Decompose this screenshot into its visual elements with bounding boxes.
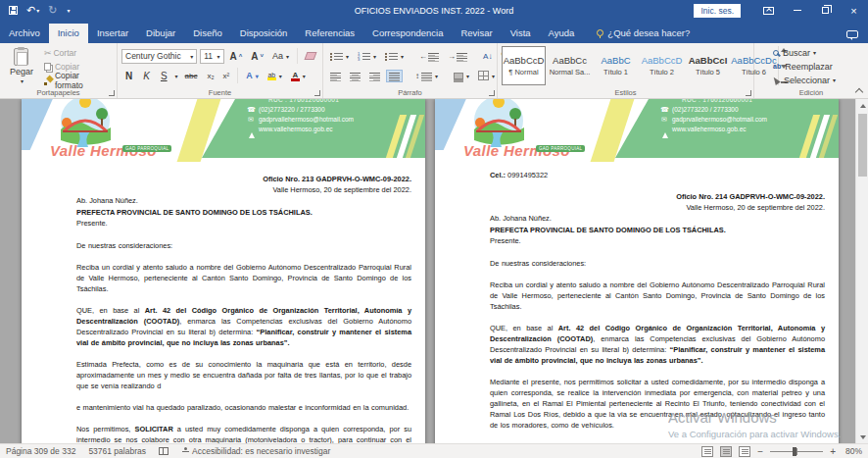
document-page-2[interactable]: Valle Hermoso GAD PARROQUIAL RUC : 17601… [435,99,839,443]
oficio-number[interactable]: Oficio Nro. 214 GADPRVH-O-WMC-09-2022. [490,191,825,202]
tab-inicio[interactable]: Inicio [49,24,88,43]
scroll-down-button[interactable] [856,431,868,443]
recipient-name[interactable]: Ab. Johana Núñez. [490,213,825,225]
comments-icon[interactable] [846,30,858,38]
select-button[interactable]: Seleccionar▾ [770,74,864,86]
zoom-in-button[interactable]: + [830,446,836,457]
recipient-name[interactable]: Ab. Johana Núñez. [76,195,411,207]
save-icon[interactable] [9,6,18,15]
recipient-present[interactable]: Presente. [490,235,825,247]
tab-dibujar[interactable]: Dibujar [137,24,184,43]
text-effects-button[interactable]: A▾ [243,69,262,82]
grow-font-button[interactable]: A˄ [227,50,246,63]
tab-referencias[interactable]: Referencias [296,24,363,43]
strikethrough-button[interactable]: abc [181,71,202,81]
align-center-button[interactable] [347,70,363,82]
font-family-select[interactable]: Century Gothic▾ [121,49,197,64]
web-layout-button[interactable] [739,446,750,457]
redo-icon[interactable]: ↻ [48,6,57,15]
recipient-present[interactable]: Presente. [76,218,411,229]
cel-line[interactable]: Cel.: 0991495322 [490,171,825,179]
font-dialog-launcher-icon[interactable] [314,90,320,96]
salutation[interactable]: De nuestras consideraciones: [490,258,825,269]
style-titulo-2[interactable]: AaBbCcD Título 2 [640,46,684,85]
oficio-date[interactable]: Valle Hermoso, 20 de septiembre del 2022… [76,184,411,195]
style-normal-sa[interactable]: AaBbCc Normal Sa... [548,46,592,85]
tab-disposicion[interactable]: Disposición [231,24,297,43]
clipboard-dialog-launcher-icon[interactable] [109,90,115,96]
style-titulo-1[interactable]: AaBbC Título 1 [594,46,638,85]
font-size-select[interactable]: 11▾ [200,49,223,64]
tab-revisar[interactable]: Revisar [452,24,501,43]
paragraph-dialog-launcher-icon[interactable] [489,90,495,96]
underline-button[interactable]: S [157,70,171,82]
style-titulo-5[interactable]: AaBbCcI Título 5 [686,46,730,85]
increase-indent-button[interactable]: → [445,50,470,63]
paragraph-3[interactable]: Estimada Prefecta, como es de su conocim… [76,359,411,391]
shrink-font-button[interactable]: A˅ [248,50,266,63]
customize-qat-icon[interactable]: ▾ [66,7,70,14]
change-case-button[interactable]: Aa▾ [269,49,292,63]
justify-button[interactable] [386,70,403,82]
tell-me-box[interactable]: ¿Qué desea hacer? [597,27,690,43]
scroll-up-button[interactable] [856,99,868,112]
scrollbar-thumb[interactable] [858,114,867,177]
numbering-button[interactable]: ▾ [355,50,379,63]
read-mode-button[interactable] [701,446,713,457]
page-indicator[interactable]: Página 309 de 332 [6,446,75,456]
paragraph-4[interactable]: e mantenimiento vial ha quedado paraliza… [76,402,411,413]
cut-button[interactable]: ✂Cortar [41,46,113,60]
format-painter-button[interactable]: Copiar formato [41,74,113,87]
italic-button[interactable]: K [139,70,154,82]
multilevel-list-button[interactable]: ▾ [382,50,407,63]
word-count[interactable]: 53761 palabras [88,446,146,456]
vertical-scrollbar[interactable] [855,99,868,443]
paragraph-que[interactable]: QUE, en base al Art. 42 del Código Orgán… [76,305,411,348]
zoom-slider[interactable] [770,451,823,452]
restore-button[interactable] [811,0,840,21]
chevron-down-icon[interactable]: ▾ [175,73,178,79]
accessibility-status[interactable]: Accesibilidad: es necesario investigar [181,446,330,456]
find-button[interactable]: Buscar▾ [770,46,864,59]
recipient-title[interactable]: PREFECTA PROVINCIAL DE SANTO DOMINGO DE … [490,225,825,236]
bold-button[interactable]: N [121,70,136,82]
minimize-button[interactable] [783,0,811,21]
close-button[interactable]: × [840,0,868,21]
tab-ayuda[interactable]: Ayuda [540,24,584,43]
paragraph-greeting[interactable]: Reciba un cordial y atento saludo a nomb… [76,262,411,294]
sort-button[interactable]: A↓ [480,50,495,63]
superscript-button[interactable]: x² [220,70,233,82]
zoom-out-button[interactable]: − [757,446,763,457]
tab-archivo[interactable]: Archivo [0,24,49,43]
align-left-button[interactable] [327,70,344,82]
paste-button[interactable]: Pegar ▾ [4,46,39,87]
tab-diseno[interactable]: Diseño [184,24,231,43]
proofing-status[interactable] [159,447,169,455]
clear-formatting-button[interactable] [303,50,318,62]
replace-button[interactable]: abReemplazar [770,60,864,73]
styles-dialog-launcher-icon[interactable] [746,90,751,96]
document-page-1[interactable]: Valle Hermoso GAD PARROQUIAL RUC : 17601… [22,99,425,443]
line-spacing-button[interactable]: ↕▾ [412,70,441,82]
align-right-button[interactable] [366,70,383,82]
borders-button[interactable]: ▾ [475,69,498,82]
tab-insertar[interactable]: Insertar [88,24,137,43]
oficio-number[interactable]: Oficio Nro. 213 GADPRVH-O-WMC-09-2022. [76,174,411,184]
print-layout-button[interactable] [720,446,732,457]
paragraph-5[interactable]: Nos permitimos, SOLICITAR a usted muy co… [76,424,411,444]
undo-icon[interactable]: ↶▾ [26,6,39,15]
paragraph-que[interactable]: QUE, en base al Art. 42 del Código Orgán… [490,323,825,366]
style-normal[interactable]: AaBbCcD ¶ Normal [502,46,546,85]
bullets-button[interactable]: ▾ [327,50,352,63]
zoom-slider-thumb[interactable] [793,447,796,456]
font-color-button[interactable]: A▾ [288,69,309,83]
shading-button[interactable]: ▾ [451,71,472,81]
highlight-color-button[interactable]: ab▾ [265,70,285,82]
sign-in-button[interactable]: Inic. ses. [694,4,741,18]
salutation[interactable]: De nuestras consideraciones: [76,240,411,251]
decrease-indent-button[interactable]: ← [416,50,442,63]
ribbon-display-options-icon[interactable] [754,0,783,21]
tab-correspondencia[interactable]: Correspondencia [363,24,452,43]
zoom-level[interactable]: 80% [843,446,862,456]
subscript-button[interactable]: x₂ [205,70,217,82]
